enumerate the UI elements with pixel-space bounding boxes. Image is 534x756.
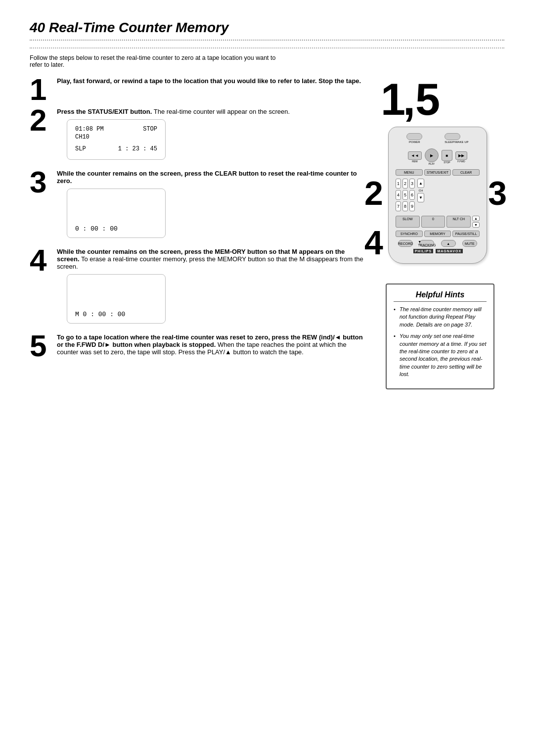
remote-power-area: POWER <box>406 133 422 143</box>
clear-button[interactable]: CLEAR <box>452 169 480 176</box>
remote-control: POWER SLEEP/WAKE UP ◄◄ REW ▶ PLAY <box>388 127 487 264</box>
num-7[interactable]: 7 <box>396 201 401 211</box>
step-1-instruction: Play, fast forward, or rewind a tape to … <box>57 77 366 85</box>
tracking-up-button[interactable]: ▲ <box>441 240 456 247</box>
stop-label: STOP <box>442 161 452 164</box>
step-5-content: To go to a tape location where the real-… <box>57 333 366 360</box>
remote-area: 2 3 4 POWER SLEEP/WAKE UP <box>388 127 492 264</box>
num-9[interactable]: 9 <box>409 201 415 211</box>
step-2-instruction: Press the STATUS/EXIT button. The real-t… <box>57 108 366 115</box>
num-4[interactable]: 4 <box>396 190 401 200</box>
step-2-normal: The real-time counter will appear on the… <box>152 108 290 115</box>
brand-philips: PHILIPS <box>413 249 433 253</box>
zero-button[interactable]: 0 <box>421 216 445 228</box>
step-4: 4 While the counter remains on the scree… <box>30 248 366 331</box>
step-3: 3 While the counter remains on the scree… <box>30 170 366 245</box>
num-3[interactable]: 3 <box>409 179 415 189</box>
sleep-label: SLEEP/WAKE UP <box>445 141 468 143</box>
vol-arrows: ▲ ▼ <box>472 216 480 228</box>
fwd-area: ▶▶ F.FWD <box>455 151 467 163</box>
screen-mockup-3: M 0 : 00 : 00 <box>67 274 166 324</box>
synchro-button[interactable]: SYNCHRO <box>396 231 423 237</box>
step-4-normal: To erase a real-time counter memory, pre… <box>57 255 363 270</box>
step-3-bold: While the counter remains on the screen,… <box>57 170 357 185</box>
fwd-button[interactable]: ▶▶ <box>455 151 467 160</box>
slow-button[interactable]: SLOW <box>396 216 420 228</box>
step-1-bold: Play, fast forward, or rewind a tape to … <box>57 77 361 85</box>
menu-row: MENU STATUS/EXIT CLEAR <box>396 169 480 176</box>
ch-up[interactable]: ▲ <box>417 179 424 188</box>
rew-label: REW <box>408 160 422 163</box>
remote-sleep-area: SLEEP/WAKE UP <box>445 133 468 143</box>
screen1-slp: SLP <box>75 145 86 152</box>
play-button[interactable]: ▶ <box>425 148 439 162</box>
ch-down[interactable]: ▼ <box>417 193 424 202</box>
ch-label: CH <box>417 189 424 192</box>
section-divider <box>30 47 504 48</box>
num-2[interactable]: 2 <box>402 179 408 189</box>
status-button[interactable]: STATUS/EXIT <box>424 169 451 176</box>
step-2-number: 2 <box>30 105 57 136</box>
hints-list: The real-time counter memory will not fu… <box>394 306 487 378</box>
right-column: 1 , 5 2 3 4 POWER SLEEP/WAKE UP <box>376 77 504 389</box>
remote-logo: PHILIPS MAGNAVOX <box>396 249 480 253</box>
stop-area: ■ STOP <box>442 150 452 164</box>
big-num-1: 1 <box>381 77 405 122</box>
step-4-content: While the counter remains on the screen,… <box>57 248 366 331</box>
hint-item-2: You may only set one real-time counter m… <box>394 332 487 378</box>
left-column: 1 Play, fast forward, or rewind a tape t… <box>30 77 366 389</box>
side-step-2: 2 <box>364 174 383 212</box>
fwd-label: F.FWD <box>455 160 467 163</box>
step-1-content: Play, fast forward, or rewind a tape to … <box>57 77 366 89</box>
pause-button[interactable]: PAUSE/STILL <box>452 231 480 237</box>
num-8[interactable]: 8 <box>402 201 408 211</box>
big-num-comma: , <box>403 77 415 122</box>
slow-row: SLOW 0 NLT CH ▲ ▼ <box>396 216 480 228</box>
step-2-content: Press the STATUS/EXIT button. The real-t… <box>57 108 366 167</box>
nlt-ch-button[interactable]: NLT CH <box>446 216 471 228</box>
side-step-3: 3 <box>488 174 507 212</box>
menu-button[interactable]: MENU <box>396 169 423 176</box>
play-area: ▶ PLAY <box>425 148 439 165</box>
transport-row: ◄◄ REW ▶ PLAY ■ STOP ▶▶ F.FWD <box>396 148 480 165</box>
step-3-number: 3 <box>30 167 57 197</box>
step-1: 1 Play, fast forward, or rewind a tape t… <box>30 77 366 105</box>
step-4-instruction: While the counter remains on the screen,… <box>57 248 366 270</box>
stop-button[interactable]: ■ <box>442 150 452 161</box>
step-3-instruction: While the counter remains on the screen,… <box>57 170 366 185</box>
helpful-hints-box: Helpful Hints The real-time counter memo… <box>386 284 494 389</box>
sleep-button[interactable] <box>445 133 460 140</box>
power-label: POWER <box>406 141 422 143</box>
big-num-5: 5 <box>415 77 440 122</box>
num-5[interactable]: 5 <box>402 190 408 200</box>
mute-button[interactable]: MUTE <box>462 240 477 247</box>
vol-up[interactable]: ▲ <box>472 216 480 221</box>
hints-title: Helpful Hints <box>394 290 487 302</box>
step-2: 2 Press the STATUS/EXIT button. The real… <box>30 108 366 167</box>
num-6[interactable]: 6 <box>409 190 415 200</box>
record-button[interactable]: RECORD <box>398 240 413 247</box>
big-numbers: 1 , 5 <box>376 77 504 117</box>
tracking-down-button[interactable]: ▼ TRACKING <box>419 240 434 247</box>
rew-button[interactable]: ◄◄ <box>408 151 422 160</box>
numpad: 1 2 3 4 5 6 7 8 9 <box>396 179 415 211</box>
screen2-counter: 0 : 00 : 00 <box>75 225 157 233</box>
page-title: 40 Real-Time Counter Memory <box>30 20 504 41</box>
vol-down[interactable]: ▼ <box>472 222 480 228</box>
screen3-counter: M 0 : 00 : 00 <box>75 311 157 318</box>
step-2-bold: Press the STATUS/EXIT button. <box>57 108 152 115</box>
screen-mockup-2: 0 : 00 : 00 <box>67 189 166 238</box>
power-button[interactable] <box>406 133 422 140</box>
num-1[interactable]: 1 <box>396 179 401 189</box>
side-step-4: 4 <box>364 223 383 262</box>
bottom-row: RECORD ▼ TRACKING ▲ MUTE <box>396 240 480 247</box>
step-1-number: 1 <box>30 74 57 105</box>
step-3-content: While the counter remains on the screen,… <box>57 170 366 245</box>
step-4-number: 4 <box>30 245 57 276</box>
step-5-instruction: To go to a tape location where the real-… <box>57 333 366 356</box>
memory-button[interactable]: MEMORY <box>424 231 451 237</box>
brand-magnavox: MAGNAVOX <box>436 249 463 253</box>
intro-text: Follow the steps below to reset the real… <box>30 54 287 68</box>
step-5: 5 To go to a tape location where the rea… <box>30 333 366 361</box>
screen1-stop: STOP <box>143 126 157 133</box>
